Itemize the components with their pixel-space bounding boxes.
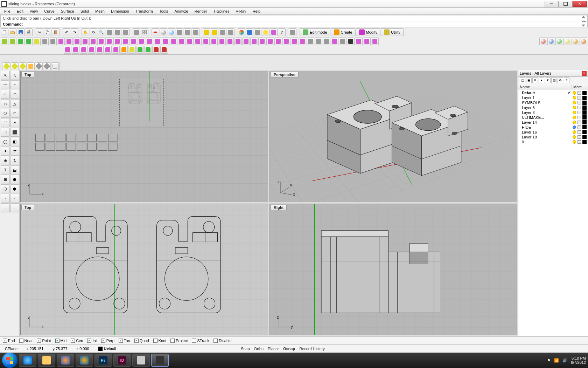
status-layer[interactable]: Default: [96, 346, 118, 351]
minimize-button[interactable]: [545, 1, 559, 7]
ts-tool2-10[interactable]: [144, 46, 152, 54]
ts-tool-28[interactable]: [226, 38, 234, 45]
zoom-selected-icon[interactable]: [122, 28, 130, 36]
ts-tool-40[interactable]: [323, 38, 330, 45]
palette-tool-8[interactable]: ⬠: [1, 109, 10, 118]
ts-tool-14[interactable]: [113, 38, 121, 45]
tray-time[interactable]: 6:10 PM: [571, 356, 586, 360]
layer-lock-icon[interactable]: [578, 91, 581, 95]
menu-render[interactable]: Render: [192, 8, 210, 14]
viewport-label[interactable]: Right: [271, 205, 287, 210]
ts-tool-12[interactable]: [97, 38, 105, 45]
layer-visibility-icon[interactable]: [573, 121, 576, 124]
layer-row[interactable]: Layer 14: [518, 120, 588, 125]
palette-tool-20[interactable]: T: [1, 165, 10, 175]
ts-tool-30[interactable]: [242, 38, 250, 45]
osnap-perp[interactable]: ✔Perp: [101, 339, 114, 343]
sel-gold2-icon[interactable]: [11, 62, 19, 70]
rotate-view-icon[interactable]: ⟳: [90, 28, 97, 36]
layer-color-swatch[interactable]: [582, 125, 587, 129]
zoom-extents-icon[interactable]: [114, 28, 121, 36]
palette-tool-14[interactable]: ◯: [1, 137, 10, 146]
lock-icon[interactable]: [219, 28, 226, 36]
system-tray[interactable]: ⚑ 📶 🔊 6:10 PM 8/7/2012: [547, 356, 586, 364]
ts-tool-41[interactable]: [331, 38, 338, 45]
osnap-tan[interactable]: ✔Tan: [119, 339, 130, 343]
layer-filter-icon[interactable]: ▤: [551, 77, 557, 83]
palette-tool-17[interactable]: ⇄: [10, 146, 19, 156]
layer-lock-icon[interactable]: [578, 101, 581, 104]
vray-sphere-2[interactable]: [555, 38, 563, 45]
ts-tool-16[interactable]: [130, 38, 137, 45]
menu-surface[interactable]: Surface: [58, 8, 77, 14]
menu-tsplines[interactable]: T-Splines: [211, 8, 232, 14]
ts-tool-33[interactable]: [266, 38, 274, 45]
status-toggle-planar[interactable]: Planar: [266, 346, 281, 352]
tray-flag-icon[interactable]: ⚑: [547, 358, 551, 363]
layer-row[interactable]: Layer 8: [518, 110, 588, 115]
sel-gray-icon[interactable]: [35, 62, 43, 70]
layer-visibility-icon[interactable]: [573, 135, 576, 139]
vray-sphere-3[interactable]: [564, 38, 571, 45]
maximize-button[interactable]: [559, 1, 573, 7]
layer-color-swatch[interactable]: [582, 140, 587, 144]
save-icon[interactable]: [17, 28, 24, 36]
ts-tool-37[interactable]: [299, 38, 306, 45]
options-icon[interactable]: [254, 28, 261, 36]
col-name[interactable]: Name: [518, 84, 572, 90]
ts-tool-2[interactable]: [17, 38, 24, 45]
layer-lock-icon[interactable]: [578, 116, 581, 119]
status-toggle-snap[interactable]: Snap: [239, 346, 252, 352]
palette-tool-25[interactable]: ⬢: [10, 184, 19, 193]
layer-lock-icon[interactable]: [578, 140, 581, 144]
ts-tool-3[interactable]: [25, 38, 33, 45]
osnap-int[interactable]: ✔Int: [87, 339, 97, 343]
layer-color-swatch[interactable]: [582, 110, 587, 115]
layer-lock-icon[interactable]: [578, 106, 581, 109]
ts-tool-46[interactable]: [371, 38, 379, 45]
layer-row[interactable]: Layer 16: [518, 130, 588, 135]
palette-tool-2[interactable]: 〰: [1, 80, 10, 89]
palette-tool-19[interactable]: ↻: [10, 156, 19, 165]
layer-visibility-icon[interactable]: [573, 140, 576, 144]
ts-tool2-5[interactable]: [104, 46, 112, 54]
status-toggle-osnap[interactable]: Osnap: [281, 346, 297, 352]
ts-tool-6[interactable]: [49, 38, 57, 45]
menu-help[interactable]: Help: [250, 8, 263, 14]
tsplines-editmode[interactable]: Edit mode: [300, 28, 330, 36]
palette-tool-9[interactable]: ◠: [10, 109, 19, 118]
layer-visibility-icon[interactable]: [573, 91, 576, 95]
ts-tool2-8[interactable]: [128, 46, 136, 54]
palette-tool-3[interactable]: ~: [10, 80, 19, 89]
delete-layer-icon[interactable]: ✕: [532, 77, 538, 83]
palette-tool-11[interactable]: ✶: [10, 118, 19, 127]
ts-tool-13[interactable]: [105, 38, 113, 45]
osnap-project[interactable]: Project: [170, 339, 188, 343]
layer-row[interactable]: Layer 1: [518, 95, 588, 100]
ts-tool-23[interactable]: [186, 38, 194, 45]
layer-row[interactable]: Default✔: [518, 90, 588, 95]
layer-visibility-icon[interactable]: [573, 130, 576, 134]
layer-lock-icon[interactable]: [578, 130, 581, 134]
sel-cube-icon[interactable]: [27, 62, 35, 70]
layer-color-swatch[interactable]: [582, 101, 587, 105]
ts-tool-44[interactable]: [355, 38, 363, 45]
vray-sphere-5[interactable]: [580, 38, 587, 45]
layer-row[interactable]: Layer 5: [518, 105, 588, 110]
palette-tool-23[interactable]: ⬢: [10, 175, 19, 184]
palette-tool-27[interactable]: ·: [10, 194, 19, 203]
menu-tools[interactable]: Tools: [156, 8, 171, 14]
menu-analyze[interactable]: Analyze: [172, 8, 191, 14]
sel-gray2-icon[interactable]: [43, 62, 51, 70]
ts-tool2-6[interactable]: [112, 46, 120, 54]
osnap-disable[interactable]: Disable: [214, 339, 232, 343]
redo-icon[interactable]: ↷: [71, 28, 78, 36]
sel-gold-icon[interactable]: [3, 62, 10, 70]
ts-tool-5[interactable]: [41, 38, 49, 45]
ts-tool-32[interactable]: [258, 38, 266, 45]
layer-lock-icon[interactable]: [578, 125, 581, 129]
palette-tool-0[interactable]: ↖: [1, 71, 10, 80]
layer-lock-icon[interactable]: [578, 135, 581, 139]
layer-visibility-icon[interactable]: [573, 116, 576, 119]
menu-edit[interactable]: Edit: [14, 8, 26, 14]
